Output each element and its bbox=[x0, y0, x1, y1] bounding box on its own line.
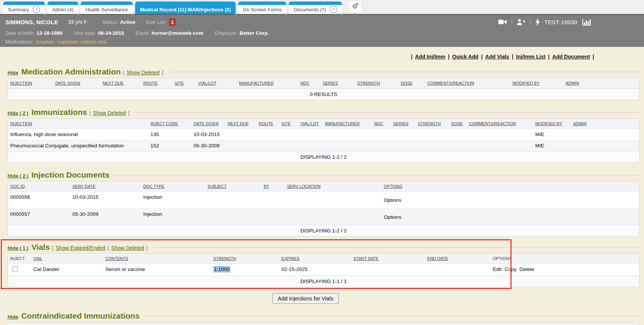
column-header-modified-by[interactable]: MODIFIED BY bbox=[533, 119, 571, 129]
column-header-serv-date[interactable]: SERV DATE bbox=[70, 181, 141, 192]
copy-link[interactable]: Copy bbox=[504, 266, 516, 272]
open-in-new-window-icon[interactable]: ↗ bbox=[33, 6, 40, 13]
hide-toggle-link[interactable]: Hide ( 2 ) bbox=[8, 173, 28, 179]
dob-value: 12-18-1990 bbox=[36, 30, 62, 36]
column-header-subject[interactable]: SUBJECT bbox=[205, 181, 261, 192]
column-header-manufacturer[interactable]: MANUFACTURER bbox=[323, 119, 372, 129]
column-header-inject-code[interactable]: INJECT CODE bbox=[148, 119, 191, 129]
column-header-dose[interactable]: DOSE bbox=[398, 78, 425, 88]
column-header-site[interactable]: SITE bbox=[173, 78, 196, 88]
column-header-injection[interactable]: INJECTION bbox=[8, 322, 81, 325]
column-header-modified-by[interactable]: MODIFIED BY bbox=[510, 78, 563, 88]
column-header-route[interactable]: ROUTE bbox=[257, 119, 279, 129]
column-header-end-date[interactable]: END DATE bbox=[425, 254, 490, 264]
options-link[interactable]: Options bbox=[381, 208, 639, 225]
show-expired-ended-link[interactable]: Show Expired/Ended bbox=[56, 245, 105, 251]
quick-add-link[interactable]: Quick Add bbox=[452, 54, 479, 60]
inject-checkbox[interactable] bbox=[12, 266, 18, 272]
column-header-contents[interactable]: CONTENTS bbox=[103, 254, 211, 264]
column-header-date-entered[interactable]: DATE ENTERED bbox=[81, 322, 182, 325]
gear-icon-small: ⚙ bbox=[356, 2, 359, 6]
add-injections-for-vials-button[interactable]: Add Injections for Vials bbox=[272, 293, 339, 304]
options-cell: Edit Copy Delete bbox=[490, 264, 639, 275]
column-header-ndc[interactable]: NDC bbox=[372, 119, 391, 129]
settings-button[interactable]: ⚙ ⚙ bbox=[348, 0, 362, 13]
options-link[interactable]: Options bbox=[381, 192, 639, 208]
hide-toggle-link[interactable]: Hide ( 1 ) bbox=[8, 245, 28, 251]
column-header-date-given[interactable]: DATE GIVEN bbox=[191, 119, 226, 129]
column-header-doc-type[interactable]: DOC TYPE bbox=[141, 181, 205, 192]
show-deleted-link[interactable]: Show Deleted bbox=[127, 70, 160, 76]
hide-toggle-link[interactable]: Hide ( 2 ) bbox=[8, 110, 28, 116]
column-header-comments-reaction[interactable]: COMMENTS/REACTION bbox=[425, 78, 510, 88]
column-header-next-due[interactable]: NEXT DUE bbox=[100, 78, 141, 88]
due-list-label: Due List: bbox=[146, 19, 166, 25]
bar-chart-icon[interactable] bbox=[582, 18, 591, 26]
column-header-next-due[interactable]: NEXT DUE bbox=[226, 119, 257, 129]
column-header-doc-id[interactable]: DOC ID bbox=[8, 181, 70, 192]
dob-label: Date of birth: bbox=[5, 30, 34, 36]
vial-cell: Cat Dander bbox=[31, 264, 103, 275]
column-header-ndc[interactable]: NDC bbox=[298, 78, 320, 88]
show-deleted-link[interactable]: Show Deleted bbox=[93, 110, 126, 116]
medication-link-losartan[interactable]: losartan bbox=[36, 39, 54, 45]
column-header-expires[interactable]: EXPIRES bbox=[279, 254, 351, 264]
column-header-vial-lot[interactable]: VIAL/LOT bbox=[196, 78, 237, 88]
hide-toggle-link[interactable]: Hide bbox=[8, 314, 18, 320]
column-header-serv-location[interactable]: SERV LOCATION bbox=[285, 181, 381, 192]
open-in-new-window-icon[interactable]: ↗ bbox=[330, 6, 337, 13]
column-header-site[interactable]: SITE bbox=[279, 119, 298, 129]
column-header-series[interactable]: SERIES bbox=[320, 78, 355, 88]
column-header-comments-reaction[interactable]: COMMENTS/REACTION bbox=[467, 119, 533, 129]
inj-imm-list-link[interactable]: Inj/Imm List bbox=[516, 54, 546, 60]
column-header-manufacturer[interactable]: MANUFACTURER bbox=[237, 78, 298, 88]
section-header: Hide Medication Administration | Show De… bbox=[8, 67, 639, 76]
tab-health-surveillance[interactable]: Health Surveillance bbox=[81, 2, 133, 14]
delete-link[interactable]: Delete bbox=[520, 266, 534, 272]
separator: | bbox=[411, 54, 412, 60]
column-header-route[interactable]: ROUTE bbox=[141, 78, 172, 88]
column-header-vial[interactable]: VIAL bbox=[31, 254, 103, 264]
add-document-link[interactable]: Add Document bbox=[552, 54, 590, 60]
button-row: Add Injections for Vials bbox=[8, 293, 639, 304]
column-header-strength[interactable]: STRENGTH bbox=[211, 254, 279, 264]
column-header-options[interactable]: OPTIONS bbox=[381, 181, 639, 192]
table-row: Influenza, high dose seasonal 135 10-03-… bbox=[8, 129, 639, 140]
separator: | bbox=[107, 245, 109, 251]
column-header-by[interactable]: BY bbox=[261, 181, 285, 192]
tab-on-screen-forms[interactable]: On Screen Forms bbox=[238, 2, 287, 14]
doc-type-cell: Injection bbox=[141, 192, 205, 208]
column-header-start-date[interactable]: START DATE bbox=[351, 254, 425, 264]
show-deleted-link[interactable]: Show Deleted bbox=[111, 245, 144, 251]
column-header-comments-reaction[interactable]: COMMENTS/REACTION bbox=[310, 322, 455, 325]
column-header-admin[interactable]: ADMIN bbox=[541, 322, 639, 325]
column-header-vial-lot[interactable]: VIAL/LOT bbox=[298, 119, 323, 129]
add-vials-link[interactable]: Add Vials bbox=[485, 54, 509, 60]
tab-summary[interactable]: Summary ↗ bbox=[3, 2, 45, 14]
column-header-series[interactable]: SERIES bbox=[391, 119, 415, 129]
column-header-date-given[interactable]: DATE GIVEN bbox=[53, 78, 100, 88]
divider bbox=[143, 316, 639, 316]
add-inj-imm-link[interactable]: Add Inj/Imm bbox=[415, 54, 445, 60]
column-header-strength[interactable]: STRENGTH bbox=[415, 119, 449, 129]
tab-documents[interactable]: Documents (7) ↗ bbox=[289, 2, 342, 14]
due-list-badge[interactable]: 1 bbox=[169, 19, 176, 26]
paging-status: DISPLAYING 1-2 / 2 bbox=[8, 225, 639, 236]
column-header-injection[interactable]: INJECTION bbox=[8, 119, 148, 129]
tab-medical-record-mar-injections[interactable]: Medical Record (11):MAR/Injections (2) bbox=[135, 2, 236, 14]
tab-admin[interactable]: Admin (4) bbox=[47, 2, 78, 14]
hide-toggle-link[interactable]: Hide bbox=[8, 70, 18, 76]
person-add-icon[interactable] bbox=[516, 18, 526, 26]
table-row: Cat Dander Serum or vaccine 1:1000 02-15… bbox=[8, 264, 639, 275]
column-header-admin[interactable]: ADMIN bbox=[571, 119, 639, 129]
column-header-injection[interactable]: INJECTION bbox=[8, 78, 53, 88]
column-header-admin[interactable]: ADMIN bbox=[563, 78, 639, 88]
column-header-modified-by[interactable]: MODIFIED BY bbox=[455, 322, 541, 325]
medication-link-naproxen[interactable]: naproxen sodium oral bbox=[58, 39, 107, 45]
lightning-icon[interactable] bbox=[535, 18, 540, 26]
column-header-dose[interactable]: DOSE bbox=[449, 119, 467, 129]
edit-link[interactable]: Edit bbox=[493, 266, 501, 272]
column-header-contraindication[interactable]: CONTRAINDICATION bbox=[183, 322, 310, 325]
column-header-strength[interactable]: STRENGTH bbox=[355, 78, 398, 88]
video-camera-icon[interactable] bbox=[498, 19, 507, 25]
